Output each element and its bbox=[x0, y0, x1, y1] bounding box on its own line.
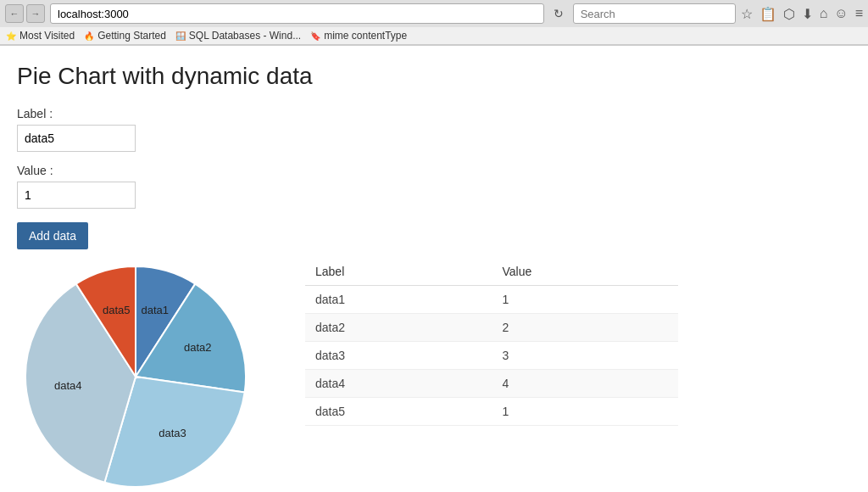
mime-icon: 🔖 bbox=[309, 30, 321, 42]
label-input[interactable] bbox=[17, 125, 136, 152]
home-icon[interactable]: ⌂ bbox=[820, 6, 828, 21]
table-cell-label: data2 bbox=[305, 314, 492, 342]
table-cell-value: 2 bbox=[492, 314, 678, 342]
page-content: Pie Chart with dynamic data Label : Valu… bbox=[0, 46, 868, 492]
table-cell-value: 1 bbox=[492, 398, 678, 426]
table-row: data3 3 bbox=[305, 342, 678, 370]
data-table: Label Value data1 1 data2 2 data3 3 data… bbox=[305, 258, 678, 426]
bookmark-getting-started-label: Getting Started bbox=[97, 30, 166, 42]
value-input[interactable] bbox=[17, 182, 136, 209]
getting-started-icon: 🔥 bbox=[83, 30, 95, 42]
pie-chart: data1data2data3data4data5 bbox=[17, 258, 254, 492]
bookmark-most-visited[interactable]: ⭐ Most Visited bbox=[5, 30, 75, 42]
pie-label-data4: data4 bbox=[54, 379, 82, 392]
col-label-header: Label bbox=[305, 258, 492, 286]
browser-chrome: ← → ↻ ☆ 📋 ⬡ ⬇ ⌂ ☺ ≡ ⭐ Most Visited 🔥 Get… bbox=[0, 0, 868, 46]
bookmark-sql[interactable]: 🪟 SQL Databases - Wind... bbox=[175, 30, 301, 42]
pie-label-data2: data2 bbox=[184, 341, 212, 354]
address-bar[interactable] bbox=[50, 3, 544, 24]
back-button[interactable]: ← bbox=[5, 4, 24, 23]
pie-chart-container: data1data2data3data4data5 bbox=[17, 258, 254, 492]
bookmark-star-icon[interactable]: ☆ bbox=[741, 6, 753, 22]
table-cell-value: 3 bbox=[492, 342, 678, 370]
label-field-label: Label : bbox=[17, 107, 851, 120]
most-visited-icon: ⭐ bbox=[5, 30, 17, 42]
page-title: Pie Chart with dynamic data bbox=[17, 63, 851, 90]
col-value-header: Value bbox=[492, 258, 678, 286]
table-cell-label: data3 bbox=[305, 342, 492, 370]
search-input[interactable] bbox=[573, 3, 736, 24]
bookmark-getting-started[interactable]: 🔥 Getting Started bbox=[83, 30, 166, 42]
add-data-button[interactable]: Add data bbox=[17, 222, 88, 249]
forward-button[interactable]: → bbox=[26, 4, 45, 23]
value-input-wrapper bbox=[17, 182, 851, 209]
pocket-icon[interactable]: ⬡ bbox=[783, 6, 795, 22]
nav-buttons: ← → bbox=[5, 4, 45, 23]
table-row: data1 1 bbox=[305, 286, 678, 314]
table-row: data2 2 bbox=[305, 314, 678, 342]
table-row: data4 4 bbox=[305, 370, 678, 398]
sql-icon: 🪟 bbox=[175, 30, 186, 42]
pie-label-data3: data3 bbox=[159, 427, 186, 439]
table-cell-label: data5 bbox=[305, 398, 492, 426]
table-cell-value: 1 bbox=[492, 286, 678, 314]
browser-icons: ☆ 📋 ⬡ ⬇ ⌂ ☺ ≡ bbox=[741, 6, 863, 22]
bookmark-mime-label: mime contentType bbox=[324, 30, 407, 42]
table-cell-value: 4 bbox=[492, 370, 678, 398]
pie-label-data5: data5 bbox=[103, 304, 131, 316]
menu-icon[interactable]: ☺ bbox=[834, 6, 848, 21]
data-table-element: Label Value data1 1 data2 2 data3 3 data… bbox=[305, 258, 678, 426]
bookmark-sql-label: SQL Databases - Wind... bbox=[189, 30, 301, 42]
refresh-button[interactable]: ↻ bbox=[549, 4, 568, 23]
bookmark-mime[interactable]: 🔖 mime contentType bbox=[309, 30, 407, 42]
overflow-icon[interactable]: ≡ bbox=[855, 6, 863, 21]
table-row: data5 1 bbox=[305, 398, 678, 426]
main-area: data1data2data3data4data5 Label Value da… bbox=[17, 258, 851, 492]
value-field-label: Value : bbox=[17, 164, 851, 177]
bookmark-most-visited-label: Most Visited bbox=[19, 30, 75, 42]
browser-toolbar: ← → ↻ ☆ 📋 ⬡ ⬇ ⌂ ☺ ≡ bbox=[0, 0, 868, 27]
pie-label-data1: data1 bbox=[141, 304, 169, 316]
download-icon[interactable]: ⬇ bbox=[802, 6, 813, 22]
bookmarks-bar: ⭐ Most Visited 🔥 Getting Started 🪟 SQL D… bbox=[0, 27, 868, 45]
table-cell-label: data1 bbox=[305, 286, 492, 314]
table-cell-label: data4 bbox=[305, 370, 492, 398]
reading-list-icon[interactable]: 📋 bbox=[760, 6, 776, 22]
